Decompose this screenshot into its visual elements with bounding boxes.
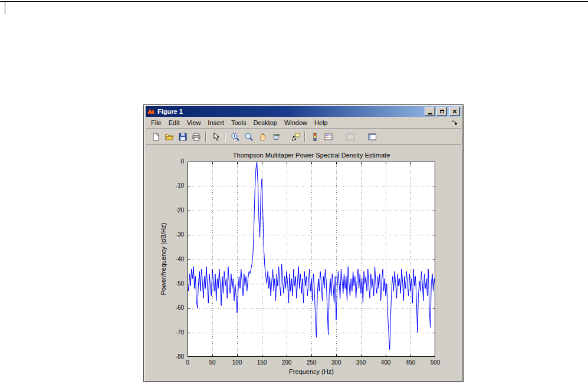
x-tick-label: 300 xyxy=(331,359,341,366)
edit-plot-button[interactable] xyxy=(209,130,222,143)
rotate-3d-icon xyxy=(271,132,281,142)
x-tick-label: 350 xyxy=(356,359,366,366)
matlab-logo-icon xyxy=(147,107,155,116)
y-tick-label: -30 xyxy=(163,231,184,238)
toolbar-separator xyxy=(225,132,226,142)
show-plot-tools-button[interactable] xyxy=(365,130,379,143)
y-tick-label: -70 xyxy=(163,329,184,336)
x-tick-label: 500 xyxy=(431,359,441,366)
x-tick-label: 200 xyxy=(282,359,292,366)
page-top-border xyxy=(0,1,588,2)
menu-item-window[interactable]: Window xyxy=(281,118,311,127)
zoom-in-button[interactable] xyxy=(228,130,242,143)
titlebar[interactable]: Figure 1 xyxy=(146,106,461,117)
dock-arrow-icon xyxy=(451,120,458,126)
menu-item-help[interactable]: Help xyxy=(311,118,331,127)
toolbar xyxy=(146,129,461,145)
x-tick-label: 450 xyxy=(406,359,416,366)
minimize-icon xyxy=(428,113,432,114)
plot-background xyxy=(188,162,435,357)
toolbar-separator xyxy=(205,132,206,142)
menu-item-edit[interactable]: Edit xyxy=(165,118,183,127)
new-figure-button[interactable] xyxy=(149,130,162,143)
y-tick-label: -20 xyxy=(163,207,184,214)
y-tick-label: 0 xyxy=(163,158,184,165)
maximize-button[interactable] xyxy=(436,107,447,116)
insert-legend-icon xyxy=(324,132,333,142)
axes-svg xyxy=(188,162,435,357)
menubar: File Edit View Insert Tools Desktop Wind… xyxy=(146,117,461,129)
menu-item-view[interactable]: View xyxy=(183,118,205,127)
insert-colorbar-button[interactable] xyxy=(308,130,321,143)
figure-window: Figure 1 File Edit View Insert Tools Des… xyxy=(143,104,464,382)
menu-item-insert[interactable]: Insert xyxy=(204,118,228,127)
x-tick-label: 250 xyxy=(307,359,317,366)
new-figure-icon xyxy=(151,132,160,142)
edit-plot-cursor-icon xyxy=(211,132,221,142)
zoom-out-button[interactable] xyxy=(242,130,255,143)
menu-item-tools[interactable]: Tools xyxy=(228,118,250,127)
show-plot-tools-icon xyxy=(367,132,377,142)
page-left-border xyxy=(5,1,5,14)
maximize-icon xyxy=(440,110,444,113)
x-tick-label: 400 xyxy=(381,359,391,366)
minimize-button[interactable] xyxy=(425,107,435,116)
close-button[interactable] xyxy=(449,107,460,116)
save-figure-button[interactable] xyxy=(176,130,189,143)
y-tick-label: -10 xyxy=(163,182,184,189)
print-figure-button[interactable] xyxy=(189,130,203,143)
window-title: Figure 1 xyxy=(157,108,423,115)
print-figure-icon xyxy=(192,132,201,142)
toolbar-separator xyxy=(285,132,286,142)
data-cursor-icon xyxy=(291,132,300,142)
x-tick-label: 100 xyxy=(232,359,242,366)
x-axis-label: Frequency (Hz) xyxy=(188,368,435,375)
menu-item-file[interactable]: File xyxy=(147,118,165,127)
insert-legend-button[interactable] xyxy=(321,130,335,143)
insert-colorbar-icon xyxy=(310,132,320,142)
rotate-3d-button[interactable] xyxy=(269,130,282,143)
y-tick-label: -60 xyxy=(163,304,184,311)
y-tick-label: -80 xyxy=(163,353,184,360)
close-icon xyxy=(452,110,457,114)
x-tick-label: 150 xyxy=(257,359,267,366)
dock-figure-button[interactable] xyxy=(451,120,458,126)
y-tick-label: -50 xyxy=(163,280,184,287)
open-file-button[interactable] xyxy=(162,130,176,143)
toolbar-separator xyxy=(304,132,306,142)
hide-plot-tools-button xyxy=(343,130,357,143)
y-tick-label: -40 xyxy=(163,256,184,262)
menu-item-desktop[interactable]: Desktop xyxy=(250,118,281,127)
zoom-in-icon xyxy=(231,132,240,142)
pan-hand-icon xyxy=(258,132,267,142)
figure-canvas: Thompson Multitaper Power Spectral Densi… xyxy=(146,145,461,380)
open-file-icon xyxy=(165,132,174,142)
x-tick-label: 50 xyxy=(209,359,215,366)
x-tick-label: 0 xyxy=(186,359,189,366)
pan-button[interactable] xyxy=(255,130,269,143)
save-figure-icon xyxy=(178,132,188,142)
zoom-out-icon xyxy=(244,132,254,142)
data-cursor-button[interactable] xyxy=(288,130,302,143)
hide-plot-tools-icon xyxy=(346,132,355,142)
chart-title: Thompson Multitaper Power Spectral Densi… xyxy=(188,152,435,159)
